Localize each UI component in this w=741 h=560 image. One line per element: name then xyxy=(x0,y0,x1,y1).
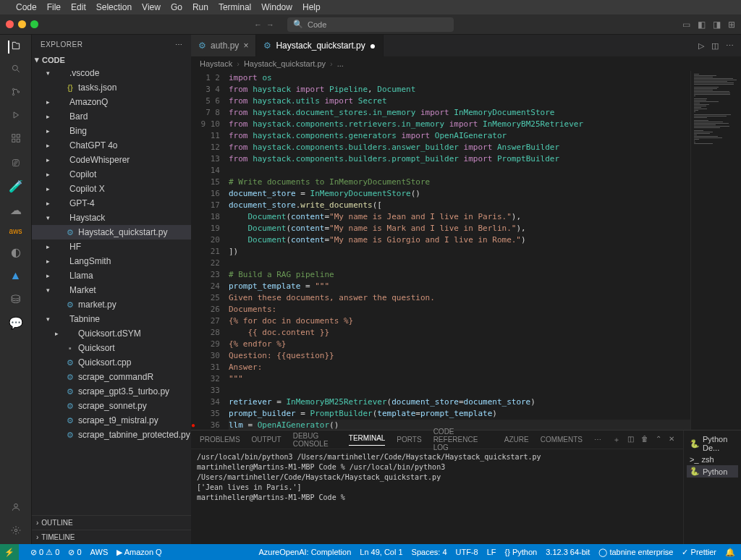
editor-tab-auth.py[interactable]: ⚙auth.py× xyxy=(191,35,256,56)
aws-icon[interactable]: aws xyxy=(9,227,22,235)
nav-back-icon[interactable]: ← xyxy=(254,20,262,29)
status-item[interactable]: AzureOpenAI: Completion xyxy=(258,548,351,556)
maximize-panel-icon[interactable]: ⌃ xyxy=(656,435,661,445)
tree-item-Copilot X[interactable]: ▸Copilot X xyxy=(32,182,191,196)
remote-indicator[interactable]: ⚡ xyxy=(0,544,19,560)
status-item[interactable]: ▶ Amazon Q xyxy=(117,548,161,556)
tree-item-CodeWhisperer[interactable]: ▸CodeWhisperer xyxy=(32,153,191,167)
run-debug-icon[interactable] xyxy=(11,110,21,123)
panel-tab-ports[interactable]: PORTS xyxy=(397,436,421,444)
editor-more-icon[interactable]: ⋯ xyxy=(726,41,734,51)
tree-item-scrape_sonnet.py[interactable]: ⚙scrape_sonnet.py xyxy=(32,399,191,413)
tree-item-Haystack_quickstart.py[interactable]: ⚙Haystack_quickstart.py xyxy=(32,225,191,239)
tree-item-Bard[interactable]: ▸Bard xyxy=(32,109,191,124)
panel-tab-comments[interactable]: COMMENTS xyxy=(541,436,583,444)
settings-icon[interactable] xyxy=(11,525,21,538)
tree-item-.vscode[interactable]: ▾.vscode xyxy=(32,66,191,80)
menu-run[interactable]: Run xyxy=(192,2,208,12)
status-item[interactable]: LF xyxy=(487,548,496,556)
panel-tab-azure[interactable]: AZURE xyxy=(504,436,529,444)
layout-secondary-icon[interactable]: ◨ xyxy=(713,20,721,30)
extensions-icon[interactable] xyxy=(11,133,21,146)
tree-item-Market[interactable]: ▾Market xyxy=(32,283,191,297)
search-activity-icon[interactable] xyxy=(11,64,21,77)
outline-section[interactable]: ›OUTLINE xyxy=(32,515,191,530)
status-item[interactable]: {} Python xyxy=(505,548,538,556)
customize-layout-icon[interactable]: ⊞ xyxy=(728,20,735,30)
layout-panel-icon[interactable]: ▭ xyxy=(682,20,690,30)
tree-item-Copilot[interactable]: ▸Copilot xyxy=(32,167,191,182)
layout-sidebar-icon[interactable]: ◧ xyxy=(698,20,706,30)
minimap[interactable] xyxy=(690,71,741,430)
tree-item-LangSmith[interactable]: ▸LangSmith xyxy=(32,254,191,268)
close-tab-icon[interactable]: × xyxy=(243,41,248,51)
cloud-icon[interactable]: ☁ xyxy=(10,203,22,217)
menu-terminal[interactable]: Terminal xyxy=(219,2,251,12)
tree-item-Haystack[interactable]: ▾Haystack xyxy=(32,211,191,225)
status-item[interactable]: ✓ Prettier xyxy=(682,548,716,557)
status-item[interactable]: 🔔 xyxy=(725,548,735,557)
terminal-add-icon[interactable]: ＋ xyxy=(613,435,620,445)
workspace-root[interactable]: ▾CODE xyxy=(32,54,191,66)
panel-tab-problems[interactable]: PROBLEMS xyxy=(200,436,240,444)
tree-item-scrape_tabnine_protected.py[interactable]: ⚙scrape_tabnine_protected.py xyxy=(32,428,191,442)
panel-tab-terminal[interactable]: TERMINAL xyxy=(349,434,386,446)
tree-item-GPT-4[interactable]: ▸GPT-4 xyxy=(32,196,191,211)
source-control-icon[interactable] xyxy=(11,87,21,100)
run-file-icon[interactable]: ▷ xyxy=(698,41,704,51)
fullscreen-button[interactable] xyxy=(30,20,38,28)
menu-go[interactable]: Go xyxy=(171,2,182,12)
status-item[interactable]: AWS xyxy=(90,548,109,556)
panel-tab-debug-console[interactable]: DEBUG CONSOLE xyxy=(293,432,337,448)
status-item[interactable]: UTF-8 xyxy=(456,548,478,556)
terminal-split-icon[interactable]: ◫ xyxy=(627,435,634,445)
terminal-trash-icon[interactable]: 🗑 xyxy=(641,435,648,445)
status-item[interactable]: ⊘ 0 ⚠ 0 xyxy=(30,548,59,556)
status-item[interactable]: Ln 49, Col 1 xyxy=(360,548,402,556)
command-center[interactable]: 🔍 Code xyxy=(287,17,454,32)
tree-item-tasks.json[interactable]: {}tasks.json xyxy=(32,80,191,95)
split-editor-icon[interactable]: ◫ xyxy=(711,41,719,51)
tree-item-Quicksort.cpp[interactable]: ⚙Quicksort.cpp xyxy=(32,355,191,370)
tree-item-Bing[interactable]: ▸Bing xyxy=(32,124,191,138)
terminal-output[interactable]: /usr/local/bin/python3 /Users/martinhell… xyxy=(191,449,683,544)
menu-edit[interactable]: Edit xyxy=(71,2,86,12)
tree-item-scrape_t9_mistral.py[interactable]: ⚙scrape_t9_mistral.py xyxy=(32,413,191,428)
azure-icon[interactable]: ▲ xyxy=(10,269,22,282)
menu-file[interactable]: File xyxy=(47,2,61,12)
terminal-instance-Python[interactable]: 🐍Python xyxy=(687,465,738,478)
status-item[interactable]: ◯ tabnine enterprise xyxy=(598,548,673,557)
breadcrumbs[interactable]: Haystack › Haystack_quickstart.py › ... xyxy=(191,56,741,71)
chat-icon[interactable]: 💬 xyxy=(9,316,23,330)
tree-item-HF[interactable]: ▸HF xyxy=(32,239,191,254)
status-item[interactable]: 3.12.3 64-bit xyxy=(546,548,590,556)
tree-item-scrape_gpt3.5_turbo.py[interactable]: ⚙scrape_gpt3.5_turbo.py xyxy=(32,384,191,399)
panel-tab-output[interactable]: OUTPUT xyxy=(252,436,281,444)
nav-fwd-icon[interactable]: → xyxy=(266,20,274,29)
tabnine-icon[interactable]: ◐ xyxy=(11,245,21,259)
tree-item-AmazonQ[interactable]: ▸AmazonQ xyxy=(32,95,191,109)
tree-item-market.py[interactable]: ⚙market.py xyxy=(32,297,191,312)
tree-item-Quicksort[interactable]: ▪Quicksort xyxy=(32,341,191,355)
close-panel-icon[interactable]: ✕ xyxy=(669,435,674,445)
terminal-instance-zsh[interactable]: >_zsh xyxy=(687,454,738,465)
tree-item-scrape_commandR[interactable]: ⚙scrape_commandR xyxy=(32,370,191,384)
explorer-icon[interactable] xyxy=(8,41,21,54)
tree-item-ChatGPT 4o[interactable]: ▸ChatGPT 4o xyxy=(32,138,191,153)
tree-item-Llama[interactable]: ▸Llama xyxy=(32,268,191,283)
menu-code[interactable]: Code xyxy=(16,2,37,12)
timeline-section[interactable]: ›TIMELINE xyxy=(32,530,191,544)
tree-item-Quicksort.dSYM[interactable]: ▸Quicksort.dSYM xyxy=(32,326,191,341)
database-icon[interactable]: ⛁ xyxy=(11,292,20,306)
status-item[interactable]: ⊘ 0 xyxy=(68,548,81,556)
code-editor[interactable]: import os from haystack import Pipeline,… xyxy=(229,71,690,430)
tree-item-Tabnine[interactable]: ▾Tabnine xyxy=(32,312,191,326)
menu-selection[interactable]: Selection xyxy=(96,2,132,12)
status-item[interactable]: Spaces: 4 xyxy=(412,548,447,556)
terminal-instance-Python De...[interactable]: 🐍Python De... xyxy=(687,433,738,454)
accounts-icon[interactable] xyxy=(11,502,21,515)
panel-tab-code-reference-log[interactable]: CODE REFERENCE LOG xyxy=(433,428,493,451)
breakpoint-gutter[interactable]: ●● xyxy=(191,71,198,430)
minimize-button[interactable] xyxy=(18,20,26,28)
editor-tab-Haystack_quickstart.py[interactable]: ⚙Haystack_quickstart.py● xyxy=(256,35,384,56)
